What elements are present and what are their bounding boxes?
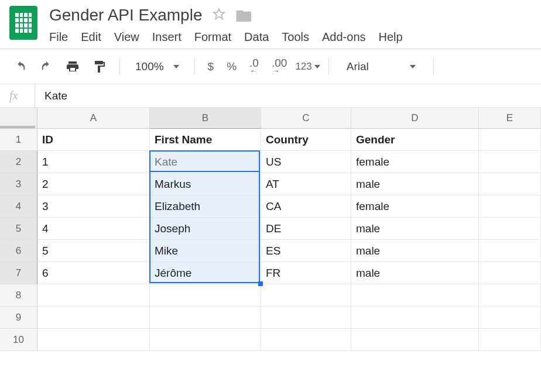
- cell-c7[interactable]: FR: [261, 262, 351, 284]
- decrease-decimal-button[interactable]: .0 ←: [245, 59, 263, 74]
- row-header-3[interactable]: 3: [0, 173, 37, 195]
- cell-b10[interactable]: [150, 329, 261, 351]
- undo-button[interactable]: [9, 57, 32, 77]
- cell-a7[interactable]: 6: [37, 262, 150, 284]
- menu-help[interactable]: Help: [379, 30, 403, 44]
- print-button[interactable]: [61, 56, 84, 77]
- cell-d10[interactable]: [351, 329, 479, 351]
- cell-c4[interactable]: CA: [261, 195, 351, 218]
- column-header-a[interactable]: A: [37, 108, 150, 129]
- fx-icon[interactable]: fx: [0, 84, 35, 107]
- menu-addons[interactable]: Add-ons: [322, 30, 366, 44]
- row-header-8[interactable]: 8: [0, 284, 37, 307]
- cell-a3[interactable]: 2: [37, 173, 150, 195]
- svg-marker-0: [214, 9, 224, 19]
- cell-c10[interactable]: [261, 329, 351, 351]
- cell-d9[interactable]: [351, 307, 479, 329]
- font-select[interactable]: Arial: [337, 60, 425, 73]
- cell-b3[interactable]: Markus: [150, 173, 261, 195]
- cell-b7[interactable]: Jérôme: [150, 262, 261, 284]
- row-header-2[interactable]: 2: [0, 151, 37, 173]
- cell-d4[interactable]: female: [351, 195, 479, 218]
- menu-edit[interactable]: Edit: [81, 30, 101, 44]
- row-header-9[interactable]: 9: [0, 307, 37, 329]
- move-folder-icon[interactable]: [236, 9, 251, 22]
- cell-a1[interactable]: ID: [37, 129, 150, 151]
- cell-b8[interactable]: [150, 284, 261, 307]
- cell-e10[interactable]: [479, 329, 541, 351]
- cell-d3[interactable]: male: [351, 173, 479, 195]
- menu-file[interactable]: File: [49, 30, 68, 44]
- row-header-1[interactable]: 1: [0, 129, 37, 151]
- cell-d2[interactable]: female: [351, 151, 479, 173]
- menu-view[interactable]: View: [114, 30, 139, 44]
- cell-e3[interactable]: [479, 173, 541, 195]
- select-all-corner[interactable]: [0, 108, 37, 129]
- cell-d5[interactable]: male: [351, 218, 479, 240]
- cell-e5[interactable]: [479, 218, 541, 240]
- menu-insert[interactable]: Insert: [152, 30, 182, 44]
- cell-c9[interactable]: [261, 307, 351, 329]
- column-header-b[interactable]: B: [150, 108, 261, 129]
- cell-a9[interactable]: [37, 307, 150, 329]
- menu-tools[interactable]: Tools: [282, 30, 309, 44]
- cell-b1[interactable]: First Name: [150, 129, 261, 151]
- cell-e6[interactable]: [479, 240, 541, 262]
- formula-bar: fx Kate: [0, 84, 541, 108]
- menu-bar: File Edit View Insert Format Data Tools …: [49, 28, 532, 44]
- cell-e1[interactable]: [479, 129, 541, 151]
- cell-a10[interactable]: [37, 329, 150, 351]
- format-percent-button[interactable]: %: [222, 60, 241, 73]
- cell-a8[interactable]: [37, 284, 150, 307]
- cell-e4[interactable]: [479, 195, 541, 218]
- cell-c3[interactable]: AT: [261, 173, 351, 195]
- row-header-5[interactable]: 5: [0, 218, 37, 240]
- format-currency-button[interactable]: $: [203, 60, 219, 73]
- formula-input[interactable]: Kate: [35, 90, 541, 102]
- paint-format-button[interactable]: [88, 56, 111, 77]
- star-icon[interactable]: [213, 8, 225, 23]
- column-header-d[interactable]: D: [351, 108, 479, 129]
- row-header-10[interactable]: 10: [0, 329, 37, 351]
- cell-e7[interactable]: [479, 262, 541, 284]
- caret-down-icon: [410, 65, 416, 68]
- sheets-logo[interactable]: [9, 6, 37, 40]
- cell-e8[interactable]: [479, 284, 541, 307]
- cell-b4[interactable]: Elizabeth: [150, 195, 261, 218]
- cell-e9[interactable]: [479, 307, 541, 329]
- column-header-e[interactable]: E: [479, 108, 541, 129]
- toolbar: 100% $ % .0 ← .00 → 123 Arial: [0, 49, 541, 84]
- increase-decimal-button[interactable]: .00 →: [267, 59, 292, 74]
- menu-format[interactable]: Format: [194, 30, 231, 44]
- cell-b6[interactable]: Mike: [150, 240, 261, 262]
- cell-a6[interactable]: 5: [37, 240, 150, 262]
- cell-c1[interactable]: Country: [261, 129, 351, 151]
- caret-down-icon: [173, 65, 179, 68]
- row-header-4[interactable]: 4: [0, 195, 37, 218]
- zoom-select[interactable]: 100%: [128, 60, 186, 73]
- cell-d8[interactable]: [351, 284, 479, 307]
- cell-a4[interactable]: 3: [37, 195, 150, 218]
- menu-data[interactable]: Data: [244, 30, 269, 44]
- cell-e2[interactable]: [479, 151, 541, 173]
- row-header-6[interactable]: 6: [0, 240, 37, 262]
- more-formats-button[interactable]: 123: [295, 61, 320, 73]
- cell-d6[interactable]: male: [351, 240, 479, 262]
- cell-b9[interactable]: [150, 307, 261, 329]
- cell-d7[interactable]: male: [351, 262, 479, 284]
- cell-b5[interactable]: Joseph: [150, 218, 261, 240]
- cell-c2[interactable]: US: [261, 151, 351, 173]
- cell-c6[interactable]: ES: [261, 240, 351, 262]
- cell-b2[interactable]: Kate: [150, 151, 261, 173]
- cell-d1[interactable]: Gender: [351, 129, 479, 151]
- cell-a2[interactable]: 1: [37, 151, 150, 173]
- redo-button[interactable]: [35, 57, 57, 77]
- cell-c5[interactable]: DE: [261, 218, 351, 240]
- caret-down-icon: [314, 65, 320, 68]
- cell-c8[interactable]: [261, 284, 351, 307]
- row-header-7[interactable]: 7: [0, 262, 37, 284]
- document-title[interactable]: Gender API Example: [49, 6, 202, 25]
- zoom-value: 100%: [135, 60, 164, 73]
- column-header-c[interactable]: C: [261, 108, 351, 129]
- cell-a5[interactable]: 4: [37, 218, 150, 240]
